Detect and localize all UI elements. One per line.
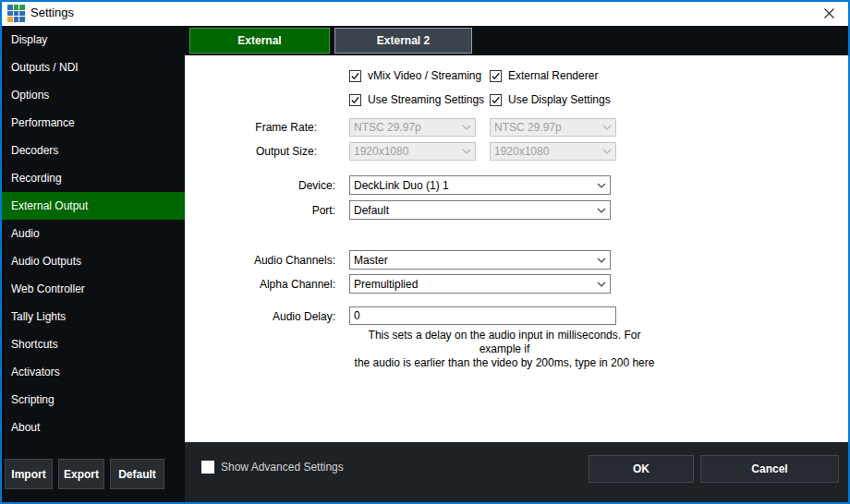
checkbox-icon (490, 70, 502, 82)
sidebar-item-audio-outputs[interactable]: Audio Outputs (0, 247, 185, 275)
external-output-panel: vMix Video / Streaming External Renderer… (185, 55, 850, 442)
sidebar-item-options[interactable]: Options (0, 81, 185, 109)
output-size-value-2: 1920x1080 (491, 145, 599, 158)
chevron-down-icon (599, 149, 615, 154)
sidebar-item-outputs-ndi[interactable]: Outputs / NDI (0, 54, 185, 81)
output-size-value-1: 1920x1080 (350, 145, 458, 158)
footer-bar: Show Advanced Settings OK Cancel (185, 442, 850, 504)
checkbox-vmix-video-streaming[interactable]: vMix Video / Streaming (349, 69, 481, 82)
chevron-down-icon (593, 282, 610, 287)
alpha-channel-dropdown[interactable]: Premultiplied (349, 274, 611, 294)
sidebar-item-decoders[interactable]: Decoders (0, 137, 185, 164)
settings-window: Settings Display Outputs / NDI Options P… (0, 0, 850, 504)
alpha-channel-value: Premultiplied (350, 278, 593, 291)
audio-channels-label: Audio Channels: (185, 254, 335, 267)
cancel-button[interactable]: Cancel (700, 455, 839, 483)
sidebar-item-audio[interactable]: Audio (0, 220, 185, 247)
sidebar-item-shortcuts[interactable]: Shortcuts (0, 330, 185, 358)
audio-channels-value: Master (350, 254, 593, 267)
chevron-down-icon (458, 125, 475, 130)
frame-rate-label: Frame Rate: (185, 121, 317, 134)
checkbox-icon (349, 70, 361, 82)
frame-rate-dropdown-2[interactable]: NTSC 29.97p (490, 118, 616, 137)
sidebar: Display Outputs / NDI Options Performanc… (0, 26, 185, 504)
audio-channels-dropdown[interactable]: Master (349, 250, 611, 270)
sidebar-item-tally-lights[interactable]: Tally Lights (0, 303, 185, 330)
ok-button[interactable]: OK (589, 455, 694, 483)
help-line-2: the audio is earlier than the video by 2… (349, 356, 660, 370)
help-line-1: This sets a delay on the audio input in … (349, 329, 660, 356)
title-bar: Settings (0, 0, 850, 26)
chevron-down-icon (458, 149, 475, 154)
audio-delay-help-text: This sets a delay on the audio input in … (349, 329, 660, 370)
checkbox-external-renderer[interactable]: External Renderer (490, 69, 598, 82)
audio-delay-input[interactable] (349, 306, 616, 325)
checkbox-show-advanced-settings[interactable]: Show Advanced Settings (201, 461, 344, 474)
sidebar-item-performance[interactable]: Performance (0, 109, 185, 137)
tab-external-2[interactable]: External 2 (334, 28, 472, 54)
sidebar-item-activators[interactable]: Activators (0, 358, 185, 386)
frame-rate-value-1: NTSC 29.97p (350, 121, 458, 134)
checkbox-label: Use Streaming Settings (368, 93, 484, 106)
chevron-down-icon (593, 258, 610, 263)
checkbox-label: Use Display Settings (508, 93, 611, 106)
device-value: DeckLink Duo (1) 1 (350, 179, 593, 192)
device-label: Device: (185, 179, 335, 192)
port-dropdown[interactable]: Default (349, 200, 611, 220)
export-button[interactable]: Export (58, 459, 104, 489)
tab-bar: External External 2 (185, 26, 850, 55)
sidebar-item-external-output[interactable]: External Output (0, 192, 185, 220)
checkbox-icon (349, 94, 361, 106)
close-button[interactable] (815, 0, 843, 26)
output-size-dropdown-2[interactable]: 1920x1080 (490, 142, 616, 161)
sidebar-item-display[interactable]: Display (0, 26, 185, 54)
output-size-label: Output Size: (185, 145, 317, 158)
sidebar-item-about[interactable]: About (0, 414, 185, 441)
checkbox-label: vMix Video / Streaming (368, 69, 481, 82)
port-label: Port: (185, 204, 335, 217)
chevron-down-icon (593, 183, 610, 188)
window-title: Settings (30, 0, 74, 26)
vmix-logo-icon (7, 5, 25, 22)
port-value: Default (350, 204, 593, 217)
frame-rate-dropdown-1[interactable]: NTSC 29.97p (349, 118, 476, 137)
sidebar-item-scripting[interactable]: Scripting (0, 386, 185, 414)
sidebar-item-web-controller[interactable]: Web Controller (0, 275, 185, 303)
import-button[interactable]: Import (5, 459, 53, 489)
checkbox-use-streaming-settings[interactable]: Use Streaming Settings (349, 93, 484, 106)
checkbox-label: Show Advanced Settings (221, 461, 344, 474)
chevron-down-icon (593, 208, 610, 213)
sidebar-item-recording[interactable]: Recording (0, 164, 185, 192)
device-dropdown[interactable]: DeckLink Duo (1) 1 (349, 175, 611, 195)
tab-external[interactable]: External (189, 28, 330, 54)
frame-rate-value-2: NTSC 29.97p (491, 121, 599, 134)
checkbox-use-display-settings[interactable]: Use Display Settings (490, 93, 611, 106)
default-button[interactable]: Default (110, 459, 164, 489)
close-icon (823, 7, 835, 19)
alpha-channel-label: Alpha Channel: (185, 278, 335, 291)
audio-delay-label: Audio Delay: (185, 310, 335, 323)
checkbox-icon (201, 461, 214, 474)
chevron-down-icon (599, 125, 615, 130)
checkbox-icon (490, 94, 502, 106)
checkbox-label: External Renderer (508, 69, 598, 82)
output-size-dropdown-1[interactable]: 1920x1080 (349, 142, 476, 161)
